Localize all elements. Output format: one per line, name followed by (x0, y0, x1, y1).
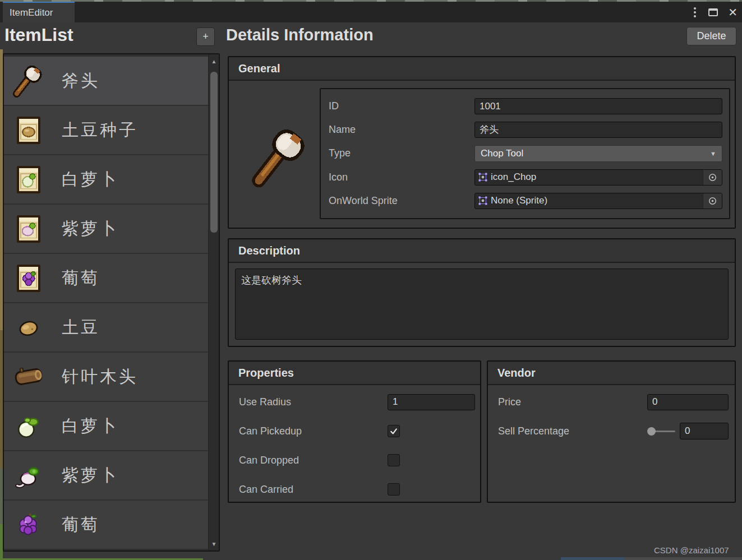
scroll-down-icon[interactable]: ▼ (209, 541, 219, 547)
properties-section-header: Properties (229, 362, 480, 385)
list-item[interactable]: 土豆 (4, 303, 208, 351)
can-carried-label: Can Carried (239, 484, 293, 496)
description-textarea[interactable]: 这是砍树斧头 (235, 269, 729, 340)
potato-icon (11, 310, 46, 345)
item-preview-image (249, 126, 312, 188)
onworld-sprite-object-field[interactable]: None (Sprite) (474, 193, 722, 209)
field-label: ID (329, 100, 474, 112)
list-item[interactable]: 紫萝卜 (4, 205, 208, 253)
list-item[interactable]: 土豆种子 (4, 106, 208, 154)
item-list-title: ItemList (4, 25, 73, 45)
grape-icon (11, 507, 46, 542)
list-item-label: 土豆种子 (62, 119, 138, 142)
price-label: Price (498, 396, 521, 408)
list-item[interactable]: 紫萝卜 (4, 451, 208, 499)
use-radius-input[interactable]: 1 (388, 394, 475, 410)
type-dropdown[interactable]: Chop Tool▼ (474, 145, 722, 162)
sprite-icon (478, 196, 487, 205)
sell-percentage-label: Sell Percentage (498, 425, 569, 437)
tab-label: ItemEditor (10, 7, 53, 18)
delete-button[interactable]: Delete (686, 27, 736, 45)
general-section-header: General (229, 57, 735, 81)
field-label: Type (329, 147, 474, 159)
section-title: Properties (238, 367, 294, 379)
vendor-section: Vendor Price 0 Sell Percentage 0 (487, 360, 736, 503)
list-item-label: 葡萄 (62, 513, 100, 536)
can-pickedup-checkbox[interactable] (388, 425, 400, 437)
sell-percentage-input[interactable]: 0 (680, 423, 729, 439)
sprite-icon (478, 173, 487, 182)
can-carried-checkbox[interactable] (388, 483, 400, 496)
scrollbar[interactable]: ▲ ▼ (208, 54, 219, 550)
item-list-panel: 斧头土豆种子白萝卜紫萝卜葡萄土豆针叶木头白萝卜紫萝卜葡萄 ▲ ▼ (3, 53, 220, 552)
properties-section: Properties Use Radius 1 Can Pickedup Can… (228, 360, 481, 503)
purple-radish-icon (11, 458, 46, 493)
list-item-label: 土豆 (62, 316, 100, 339)
field-label: Name (329, 124, 474, 136)
chevron-down-icon: ▼ (710, 150, 716, 157)
list-item-label: 白萝卜 (62, 168, 119, 191)
sell-percentage-slider[interactable] (647, 425, 675, 437)
object-field-value: icon_Chop (491, 172, 703, 183)
background-scene-sliver (624, 557, 742, 560)
section-title: Description (238, 244, 300, 257)
details-title: Details Information (226, 26, 374, 44)
list-item[interactable]: 针叶木头 (4, 353, 208, 401)
icon-object-field[interactable]: icon_Chop (474, 169, 722, 186)
list-item-label: 斧头 (62, 70, 100, 92)
list-item[interactable]: 葡萄 (4, 254, 208, 302)
description-section: Description 这是砍树斧头 (228, 238, 736, 347)
seed-packet-white-radish-icon (11, 162, 46, 197)
object-field-value: None (Sprite) (491, 195, 703, 206)
slider-knob[interactable] (647, 427, 656, 436)
list-item[interactable]: 白萝卜 (4, 155, 208, 203)
add-item-button[interactable]: + (196, 27, 215, 46)
maximize-icon[interactable] (708, 8, 718, 16)
background-scene-sliver (561, 557, 624, 560)
name-input[interactable]: 斧头 (474, 122, 722, 138)
tab-item-editor[interactable]: ItemEditor (3, 2, 75, 22)
can-dropped-checkbox[interactable] (388, 454, 400, 466)
object-picker-icon[interactable] (703, 170, 722, 185)
price-input[interactable]: 0 (647, 394, 729, 410)
seed-packet-purple-radish-icon (11, 211, 46, 246)
item-list: 斧头土豆种子白萝卜紫萝卜葡萄土豆针叶木头白萝卜紫萝卜葡萄 (4, 57, 208, 550)
field-label: OnWorld Sprite (329, 195, 474, 207)
section-title: General (238, 62, 280, 75)
watermark: CSDN @zaizai1007 (654, 545, 729, 555)
use-radius-label: Use Radius (239, 396, 291, 408)
tab-bar: ItemEditor ✕ (0, 2, 742, 22)
scroll-up-icon[interactable]: ▲ (209, 58, 219, 64)
general-section: General ID1001Name斧头TypeChop Tool▼Iconic… (228, 56, 736, 229)
seed-packet-potato-icon (11, 113, 46, 147)
list-item[interactable]: 葡萄 (4, 501, 208, 549)
axe-icon (11, 63, 46, 98)
list-item[interactable]: 斧头 (4, 57, 208, 105)
log-icon (11, 359, 46, 394)
description-section-header: Description (229, 239, 735, 263)
white-radish-icon (11, 409, 46, 443)
list-item-label: 葡萄 (62, 267, 100, 290)
dropdown-value: Chop Tool (481, 148, 523, 159)
list-item-label: 白萝卜 (62, 415, 119, 438)
general-fields: ID1001Name斧头TypeChop Tool▼Iconicon_ChopO… (320, 88, 730, 219)
can-dropped-label: Can Dropped (239, 455, 299, 466)
section-title: Vendor (497, 367, 536, 379)
item-editor-window: ItemEditor ✕ ItemList + Details Informat… (0, 0, 742, 560)
list-item-label: 紫萝卜 (62, 464, 119, 487)
object-picker-icon[interactable] (703, 193, 722, 209)
list-item[interactable]: 白萝卜 (4, 402, 208, 450)
seed-packet-grape-icon (11, 261, 46, 295)
scrollbar-thumb[interactable] (210, 72, 218, 233)
vendor-section-header: Vendor (488, 362, 735, 385)
window-menu-icon[interactable] (692, 5, 698, 20)
field-label: Icon (329, 172, 474, 183)
id-input[interactable]: 1001 (474, 98, 722, 114)
can-pickedup-label: Can Pickedup (239, 425, 302, 437)
list-item-label: 紫萝卜 (62, 217, 119, 240)
close-icon[interactable]: ✕ (728, 7, 738, 18)
list-item-label: 针叶木头 (62, 365, 138, 388)
